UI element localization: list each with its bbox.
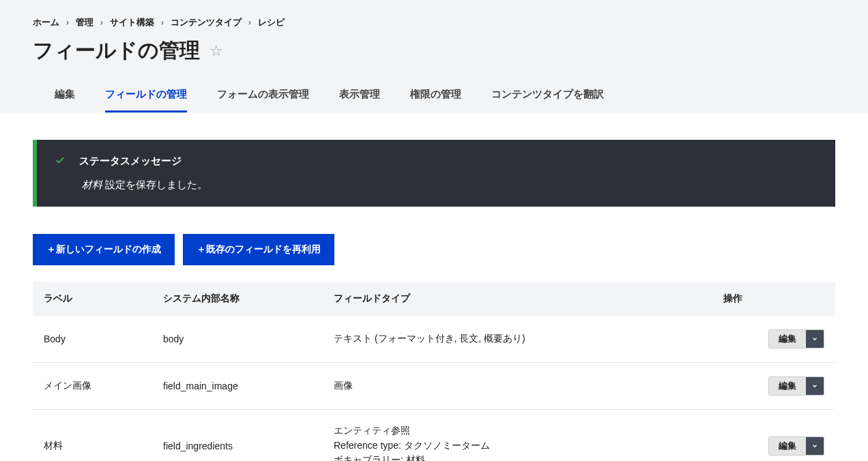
breadcrumb-item[interactable]: 管理 xyxy=(76,16,93,29)
breadcrumb-item[interactable]: レシピ xyxy=(258,16,285,29)
cell-field-type: 画像 xyxy=(323,363,712,410)
chevron-down-icon[interactable] xyxy=(806,437,824,455)
cell-field-type: エンティティ参照 Reference type: タクソノミーターム ボキャブラ… xyxy=(323,410,712,462)
chevron-right-icon: › xyxy=(66,18,69,27)
status-body-text: 設定を保存しました。 xyxy=(102,179,207,190)
cell-label: 材料 xyxy=(33,410,152,462)
edit-button[interactable]: 編集 xyxy=(769,437,806,455)
breadcrumb-item[interactable]: ホーム xyxy=(33,16,59,29)
breadcrumb-item[interactable]: サイト構築 xyxy=(110,16,154,29)
operations-dropbutton: 編集 xyxy=(768,329,824,348)
breadcrumb-item[interactable]: コンテンツタイプ xyxy=(171,16,242,29)
chevron-right-icon: › xyxy=(248,18,251,27)
chevron-down-icon[interactable] xyxy=(806,377,824,395)
cell-field-type: テキスト (フォーマット付き, 長文, 概要あり) xyxy=(323,316,712,363)
check-icon xyxy=(55,155,66,168)
operations-dropbutton: 編集 xyxy=(768,436,824,456)
th-field-type: フィールドタイプ xyxy=(323,282,712,316)
page-title: フィールドの管理 xyxy=(33,37,200,65)
chevron-down-icon[interactable] xyxy=(806,330,824,348)
tab-manage-permissions[interactable]: 権限の管理 xyxy=(410,81,461,113)
edit-button[interactable]: 編集 xyxy=(769,330,806,348)
chevron-right-icon: › xyxy=(161,18,164,27)
fields-table: ラベル システム内部名称 フィールドタイプ 操作 Body body テキスト … xyxy=(33,282,835,461)
table-row: Body body テキスト (フォーマット付き, 長文, 概要あり) 編集 xyxy=(33,316,835,363)
th-machine-name: システム内部名称 xyxy=(152,282,323,316)
status-title: ステータスメッセージ xyxy=(79,155,182,168)
tab-manage-display[interactable]: 表示管理 xyxy=(339,81,380,113)
create-new-field-button[interactable]: ＋新しいフィールドの作成 xyxy=(33,234,175,265)
star-outline-icon[interactable]: ☆ xyxy=(209,42,223,60)
status-message: ステータスメッセージ 材料 設定を保存しました。 xyxy=(33,140,835,207)
cell-machine-name: body xyxy=(152,316,323,363)
th-label: ラベル xyxy=(33,282,152,316)
cell-label: Body xyxy=(33,316,152,363)
th-operations: 操作 xyxy=(712,282,835,316)
reuse-existing-field-button[interactable]: ＋既存のフィールドを再利用 xyxy=(183,234,334,265)
operations-dropbutton: 編集 xyxy=(768,376,824,396)
tab-manage-fields[interactable]: フィールドの管理 xyxy=(105,81,187,113)
breadcrumb: ホーム › 管理 › サイト構築 › コンテンツタイプ › レシピ xyxy=(33,16,835,29)
chevron-right-icon: › xyxy=(100,18,103,27)
table-row: 材料 field_ingredients エンティティ参照 Reference … xyxy=(33,410,835,462)
status-body: 材料 設定を保存しました。 xyxy=(55,179,818,192)
tabs: 編集 フィールドの管理 フォームの表示管理 表示管理 権限の管理 コンテンツタイ… xyxy=(33,81,835,113)
edit-button[interactable]: 編集 xyxy=(769,377,806,395)
tab-edit[interactable]: 編集 xyxy=(55,81,75,113)
cell-machine-name: field_main_image xyxy=(152,363,323,410)
status-entity-name: 材料 xyxy=(82,179,102,190)
tab-translate-content-type[interactable]: コンテンツタイプを翻訳 xyxy=(491,81,604,113)
tab-manage-form-display[interactable]: フォームの表示管理 xyxy=(217,81,309,113)
cell-machine-name: field_ingredients xyxy=(152,410,323,462)
cell-label: メイン画像 xyxy=(33,363,152,410)
table-row: メイン画像 field_main_image 画像 編集 xyxy=(33,363,835,410)
